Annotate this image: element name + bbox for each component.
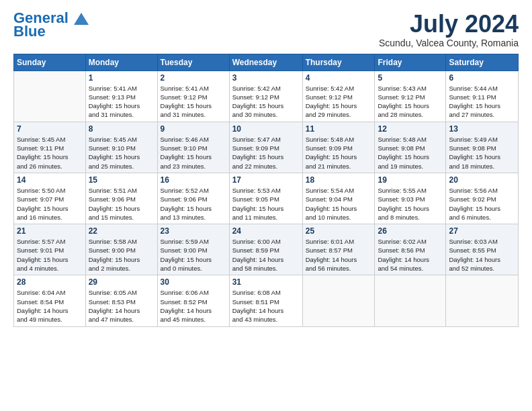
day-info: Sunrise: 5:49 AM Sunset: 9:08 PM Dayligh…	[449, 135, 515, 171]
header: General Blue July 2024 Scundu, Valcea Co…	[13, 11, 519, 48]
calendar-table: SundayMondayTuesdayWednesdayThursdayFrid…	[13, 54, 519, 327]
page: General Blue July 2024 Scundu, Valcea Co…	[0, 0, 532, 411]
calendar-cell: 10Sunrise: 5:47 AM Sunset: 9:09 PM Dayli…	[229, 122, 302, 173]
day-number: 24	[232, 226, 300, 236]
day-info: Sunrise: 5:45 AM Sunset: 9:10 PM Dayligh…	[89, 135, 154, 171]
calendar-cell: 16Sunrise: 5:52 AM Sunset: 9:06 PM Dayli…	[157, 173, 229, 224]
calendar-cell: 4Sunrise: 5:42 AM Sunset: 9:12 PM Daylig…	[302, 71, 375, 122]
location-title: Scundu, Valcea County, Romania	[379, 38, 519, 48]
calendar-cell	[302, 275, 375, 326]
title-area: July 2024 Scundu, Valcea County, Romania	[379, 11, 519, 48]
day-number: 9	[161, 124, 226, 134]
day-number: 14	[17, 175, 83, 185]
day-info: Sunrise: 5:57 AM Sunset: 9:01 PM Dayligh…	[17, 237, 83, 273]
calendar-cell: 27Sunrise: 6:03 AM Sunset: 8:55 PM Dayli…	[446, 224, 519, 275]
calendar-cell: 18Sunrise: 5:54 AM Sunset: 9:04 PM Dayli…	[302, 173, 375, 224]
day-number: 13	[449, 124, 515, 134]
day-info: Sunrise: 5:59 AM Sunset: 9:00 PM Dayligh…	[161, 237, 226, 273]
day-number: 26	[378, 226, 443, 236]
day-number: 29	[89, 277, 154, 287]
day-info: Sunrise: 6:08 AM Sunset: 8:51 PM Dayligh…	[232, 288, 300, 324]
weekday-header-wednesday: Wednesday	[229, 54, 302, 71]
day-number: 5	[378, 73, 443, 83]
day-number: 30	[161, 277, 226, 287]
day-number: 7	[17, 124, 83, 134]
calendar-cell: 6Sunrise: 5:44 AM Sunset: 9:11 PM Daylig…	[446, 71, 519, 122]
day-number: 11	[306, 124, 372, 134]
day-number: 15	[89, 175, 154, 185]
calendar-week-row: 21Sunrise: 5:57 AM Sunset: 9:01 PM Dayli…	[14, 224, 519, 275]
calendar-cell: 9Sunrise: 5:46 AM Sunset: 9:10 PM Daylig…	[157, 122, 229, 173]
day-info: Sunrise: 6:00 AM Sunset: 8:59 PM Dayligh…	[232, 237, 300, 273]
calendar-week-row: 14Sunrise: 5:50 AM Sunset: 9:07 PM Dayli…	[14, 173, 519, 224]
calendar-cell: 12Sunrise: 5:48 AM Sunset: 9:08 PM Dayli…	[375, 122, 446, 173]
calendar-cell: 24Sunrise: 6:00 AM Sunset: 8:59 PM Dayli…	[229, 224, 302, 275]
weekday-header-monday: Monday	[85, 54, 157, 71]
weekday-header-row: SundayMondayTuesdayWednesdayThursdayFrid…	[14, 54, 519, 71]
day-number: 18	[306, 175, 372, 185]
day-number: 3	[232, 73, 300, 83]
calendar-week-row: 7Sunrise: 5:45 AM Sunset: 9:11 PM Daylig…	[14, 122, 519, 173]
day-info: Sunrise: 5:41 AM Sunset: 9:12 PM Dayligh…	[161, 84, 226, 120]
calendar-cell: 25Sunrise: 6:01 AM Sunset: 8:57 PM Dayli…	[302, 224, 375, 275]
day-info: Sunrise: 5:58 AM Sunset: 9:00 PM Dayligh…	[89, 237, 154, 273]
weekday-header-sunday: Sunday	[14, 54, 86, 71]
calendar-week-row: 28Sunrise: 6:04 AM Sunset: 8:54 PM Dayli…	[14, 275, 519, 326]
day-info: Sunrise: 5:53 AM Sunset: 9:05 PM Dayligh…	[232, 186, 300, 222]
svg-marker-0	[74, 13, 89, 25]
day-number: 17	[232, 175, 300, 185]
calendar-cell: 13Sunrise: 5:49 AM Sunset: 9:08 PM Dayli…	[446, 122, 519, 173]
calendar-cell: 30Sunrise: 6:06 AM Sunset: 8:52 PM Dayli…	[157, 275, 229, 326]
day-info: Sunrise: 5:50 AM Sunset: 9:07 PM Dayligh…	[17, 186, 83, 222]
weekday-header-thursday: Thursday	[302, 54, 375, 71]
calendar-cell: 3Sunrise: 5:42 AM Sunset: 9:12 PM Daylig…	[229, 71, 302, 122]
month-title: July 2024	[379, 11, 519, 38]
calendar-cell: 2Sunrise: 5:41 AM Sunset: 9:12 PM Daylig…	[157, 71, 229, 122]
logo-area: General Blue	[13, 11, 89, 40]
calendar-cell: 19Sunrise: 5:55 AM Sunset: 9:03 PM Dayli…	[375, 173, 446, 224]
day-number: 19	[378, 175, 443, 185]
day-number: 10	[232, 124, 300, 134]
weekday-header-saturday: Saturday	[446, 54, 519, 71]
day-info: Sunrise: 5:47 AM Sunset: 9:09 PM Dayligh…	[232, 135, 300, 171]
calendar-cell: 22Sunrise: 5:58 AM Sunset: 9:00 PM Dayli…	[85, 224, 157, 275]
day-info: Sunrise: 5:56 AM Sunset: 9:02 PM Dayligh…	[449, 186, 515, 222]
day-number: 4	[306, 73, 372, 83]
day-info: Sunrise: 5:42 AM Sunset: 9:12 PM Dayligh…	[306, 84, 372, 120]
calendar-cell: 1Sunrise: 5:41 AM Sunset: 9:13 PM Daylig…	[85, 71, 157, 122]
calendar-cell: 31Sunrise: 6:08 AM Sunset: 8:51 PM Dayli…	[229, 275, 302, 326]
calendar-cell: 17Sunrise: 5:53 AM Sunset: 9:05 PM Dayli…	[229, 173, 302, 224]
calendar-cell: 11Sunrise: 5:48 AM Sunset: 9:09 PM Dayli…	[302, 122, 375, 173]
day-info: Sunrise: 6:04 AM Sunset: 8:54 PM Dayligh…	[17, 288, 83, 324]
day-info: Sunrise: 5:44 AM Sunset: 9:11 PM Dayligh…	[449, 84, 515, 120]
day-info: Sunrise: 5:54 AM Sunset: 9:04 PM Dayligh…	[306, 186, 372, 222]
day-number: 6	[449, 73, 515, 83]
logo-blue: Blue	[13, 23, 46, 40]
calendar-week-row: 1Sunrise: 5:41 AM Sunset: 9:13 PM Daylig…	[14, 71, 519, 122]
day-number: 28	[17, 277, 83, 287]
weekday-header-tuesday: Tuesday	[157, 54, 229, 71]
day-number: 21	[17, 226, 83, 236]
day-info: Sunrise: 5:48 AM Sunset: 9:08 PM Dayligh…	[378, 135, 443, 171]
weekday-header-friday: Friday	[375, 54, 446, 71]
calendar-cell: 8Sunrise: 5:45 AM Sunset: 9:10 PM Daylig…	[85, 122, 157, 173]
day-number: 31	[232, 277, 300, 287]
calendar-cell	[375, 275, 446, 326]
calendar-cell	[14, 71, 86, 122]
day-number: 1	[89, 73, 154, 83]
day-info: Sunrise: 5:52 AM Sunset: 9:06 PM Dayligh…	[161, 186, 226, 222]
calendar-cell: 23Sunrise: 5:59 AM Sunset: 9:00 PM Dayli…	[157, 224, 229, 275]
day-info: Sunrise: 5:43 AM Sunset: 9:12 PM Dayligh…	[378, 84, 443, 120]
day-info: Sunrise: 5:45 AM Sunset: 9:11 PM Dayligh…	[17, 135, 83, 171]
day-info: Sunrise: 5:48 AM Sunset: 9:09 PM Dayligh…	[306, 135, 372, 171]
day-info: Sunrise: 6:06 AM Sunset: 8:52 PM Dayligh…	[161, 288, 226, 324]
day-number: 12	[378, 124, 443, 134]
day-info: Sunrise: 6:02 AM Sunset: 8:56 PM Dayligh…	[378, 237, 443, 273]
calendar-cell: 21Sunrise: 5:57 AM Sunset: 9:01 PM Dayli…	[14, 224, 86, 275]
calendar-cell	[446, 275, 519, 326]
day-number: 16	[161, 175, 226, 185]
day-info: Sunrise: 6:01 AM Sunset: 8:57 PM Dayligh…	[306, 237, 372, 273]
day-number: 27	[449, 226, 515, 236]
calendar-cell: 20Sunrise: 5:56 AM Sunset: 9:02 PM Dayli…	[446, 173, 519, 224]
day-info: Sunrise: 6:05 AM Sunset: 8:53 PM Dayligh…	[89, 288, 154, 324]
